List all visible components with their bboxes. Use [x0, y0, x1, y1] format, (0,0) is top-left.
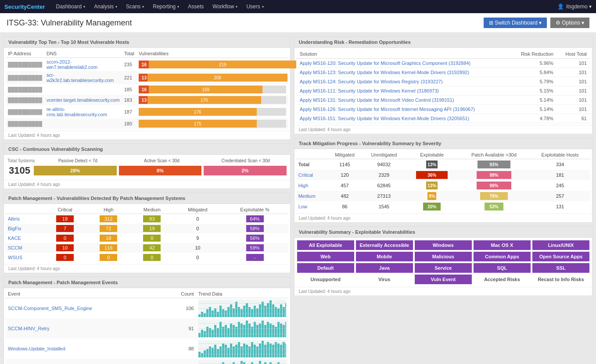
- event-name[interactable]: SCCM-Component_SMS_Server_Notification: [6, 359, 169, 364]
- event-name[interactable]: Windows-Update_Installed: [6, 339, 169, 359]
- remediation-panel: Understanding Risk - Remediation Opportu…: [294, 36, 592, 134]
- ip-cell: ██████████: [6, 118, 44, 129]
- vuln-summary-button[interactable]: SQL: [474, 263, 531, 273]
- exploit-bar: 13%: [426, 161, 438, 168]
- vuln-summary-button[interactable]: Java: [356, 263, 413, 273]
- csc-active-bar[interactable]: 8%: [119, 166, 202, 175]
- pm-name-cell[interactable]: SCCM: [6, 243, 43, 253]
- vuln-summary-button[interactable]: Accepted Risks: [474, 275, 531, 284]
- high-badge[interactable]: 312: [100, 215, 117, 222]
- vuln-summary-button[interactable]: Windows: [415, 240, 472, 250]
- medium-badge[interactable]: 19: [143, 225, 161, 232]
- csc-cred-bar[interactable]: 2%: [204, 166, 287, 175]
- high-badge[interactable]: 72: [100, 225, 117, 232]
- vuln-summary-button[interactable]: Mobile: [356, 252, 413, 261]
- solution-cell[interactable]: Apply MS16-126: Security Update for Micr…: [296, 105, 510, 114]
- vuln-summary-button[interactable]: Mac OS X: [474, 240, 531, 250]
- critical-badge[interactable]: 7: [56, 225, 74, 232]
- pm-critical-cell: 7: [43, 224, 86, 233]
- vuln-summary-button[interactable]: Externally Accessible: [356, 240, 413, 250]
- trend-chart: [198, 360, 286, 364]
- nav-assets[interactable]: Assets: [183, 0, 208, 13]
- solution-cell[interactable]: Apply MS16-123: Security Update for Wind…: [296, 68, 510, 77]
- dns-cell[interactable]: sccm-2012-win7.tenablerelab2.com: [44, 58, 122, 71]
- vuln-summary-button[interactable]: Open Source Apps: [532, 252, 589, 261]
- exploitable-badge[interactable]: 58%: [246, 225, 264, 232]
- pm-name-cell[interactable]: KACE: [6, 233, 43, 243]
- track-mitigation-table: Mitigated Unmitigated Exploitable Patch …: [296, 151, 590, 212]
- hosts-cell: 101: [557, 86, 590, 96]
- exploitable-badge[interactable]: 64%: [246, 215, 264, 222]
- table-row: Apply MS16-126: Security Update for Micr…: [296, 105, 590, 114]
- event-name[interactable]: SCCM-HINV_Retry: [6, 318, 169, 339]
- exploitable-badge[interactable]: 59%: [246, 244, 264, 251]
- exploitable-badge[interactable]: -: [246, 254, 264, 261]
- vuln-summary-button[interactable]: Default: [297, 263, 354, 273]
- dns-cell[interactable]: re-altiris-cms.lab.tenablesecurity.com: [44, 105, 122, 118]
- vuln-summary-button[interactable]: Common Apps: [474, 252, 531, 261]
- nav-analysis[interactable]: Analysis ▾: [90, 0, 122, 13]
- vuln-summary-button[interactable]: All Exploitable: [297, 240, 354, 250]
- vuln-summary-button[interactable]: Web: [297, 252, 354, 261]
- severity-cell[interactable]: Critical: [296, 170, 327, 180]
- remediation-table: Solution Risk Reduction Host Total Apply…: [296, 50, 590, 123]
- dns-cell[interactable]: scr-w2k3r2.lab.tenablesecurity.com: [44, 71, 122, 84]
- dns-cell[interactable]: [44, 118, 122, 129]
- nav-dashboard[interactable]: Dashboard ▾: [51, 0, 90, 13]
- exploitable-badge[interactable]: 56%: [246, 235, 264, 242]
- pm-name-cell[interactable]: WSUS: [6, 253, 43, 262]
- solution-cell[interactable]: Apply MS16-111: Security Update for Wind…: [296, 86, 510, 96]
- high-badge[interactable]: 18: [100, 235, 117, 242]
- medium-badge[interactable]: 42: [143, 244, 161, 251]
- switch-dashboard-button[interactable]: ⊞ Switch Dashboard ▾: [484, 18, 547, 28]
- pm-exploitable-cell: 56%: [221, 233, 288, 243]
- medium-badge[interactable]: 0: [143, 254, 161, 261]
- risk-cell: 5.79%: [510, 77, 557, 86]
- vuln-summary-button[interactable]: Virus: [356, 275, 413, 284]
- hosts-cell: 101: [557, 96, 590, 105]
- nav-users[interactable]: Users ▾: [242, 0, 268, 13]
- nav-reporting[interactable]: Reporting ▾: [148, 0, 183, 13]
- chevron-down-icon: ▾: [115, 5, 117, 9]
- medium-badge[interactable]: 83: [143, 215, 161, 222]
- table-row: ██████████ 180 175: [6, 118, 288, 129]
- severity-cell[interactable]: High: [296, 180, 327, 191]
- nav-scans[interactable]: Scans ▾: [122, 0, 148, 13]
- vuln-summary-button[interactable]: Vuln Event: [415, 275, 472, 284]
- table-row: Medium 482 27313 9% 79% 257: [296, 191, 590, 201]
- severity-cell[interactable]: Medium: [296, 191, 327, 201]
- vuln-summary-button[interactable]: Linux/UNIX: [532, 240, 589, 250]
- vuln-summary-button[interactable]: Unsupported: [297, 275, 354, 284]
- patch-bar: 99%: [477, 171, 511, 179]
- csc-passive-bar[interactable]: 28%: [34, 166, 117, 175]
- pm-critical-cell: 0: [43, 233, 86, 243]
- dns-cell[interactable]: [44, 84, 122, 95]
- options-button[interactable]: ⚙ Options ▾: [550, 18, 589, 28]
- list-item: SCCM-Component_SMS_Server_Notification 8…: [6, 359, 288, 364]
- vuln-summary-button[interactable]: Service: [415, 263, 472, 273]
- vuln-summary-button[interactable]: Recast to Info Risks: [532, 275, 589, 284]
- event-name[interactable]: SCCM-Component_SMS_Rule_Engine: [6, 298, 169, 319]
- dns-cell[interactable]: vcenter.target.tenablesecurity.com: [44, 95, 122, 105]
- pm-name-cell[interactable]: BigFix: [6, 224, 43, 233]
- medium-badge[interactable]: 0: [143, 235, 161, 242]
- table-row: ██████████ scr-w2k3r2.lab.tenablesecurit…: [6, 71, 288, 84]
- critical-badge[interactable]: 19: [56, 215, 74, 222]
- solution-cell[interactable]: Apply MS16-120: Security Update for Micr…: [296, 59, 510, 68]
- critical-badge[interactable]: 10: [56, 244, 74, 251]
- critical-badge[interactable]: 0: [56, 235, 74, 242]
- high-badge[interactable]: 0: [100, 254, 117, 261]
- exploit-bar: 36%: [416, 171, 448, 179]
- vuln-summary-button[interactable]: SSL: [532, 263, 589, 273]
- solution-cell[interactable]: Apply MS16-131: Security Update for Micr…: [296, 96, 510, 105]
- brand-logo[interactable]: SecurityCenter: [4, 4, 45, 10]
- high-badge[interactable]: 116: [100, 244, 117, 251]
- solution-cell[interactable]: Apply MS16-124: Security Update for Wind…: [296, 77, 510, 86]
- nav-workflow[interactable]: Workflow ▾: [208, 0, 242, 13]
- critical-badge[interactable]: 0: [56, 254, 74, 261]
- solution-cell[interactable]: Apply MS16-151: Security Update for Wind…: [296, 114, 510, 123]
- severity-cell[interactable]: Low: [296, 201, 327, 212]
- vuln-summary-button[interactable]: Malicious: [415, 252, 472, 261]
- pm-name-cell[interactable]: Altiris: [6, 214, 43, 224]
- user-label[interactable]: itsgdemo ▾: [566, 4, 592, 10]
